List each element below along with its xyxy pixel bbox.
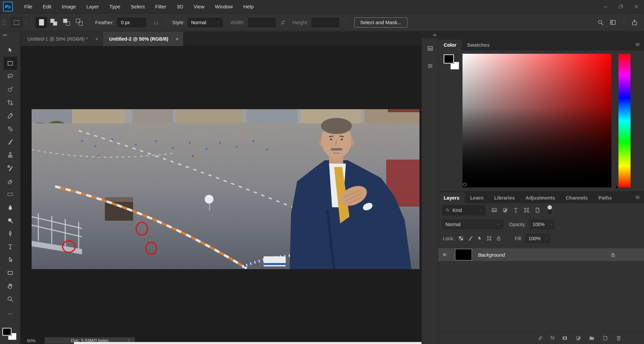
foreground-background-swatches[interactable] xyxy=(2,328,18,341)
preset-chevron-down-icon[interactable] xyxy=(24,20,28,25)
minimize-button[interactable] xyxy=(598,0,613,13)
layer-row-background[interactable]: Background xyxy=(438,248,644,261)
pen-tool[interactable] xyxy=(4,227,17,240)
color-panel-menu-icon[interactable] xyxy=(635,42,641,47)
share-icon[interactable] xyxy=(631,19,638,26)
layer-name[interactable]: Background xyxy=(478,252,505,258)
options-bar-grip[interactable] xyxy=(2,20,6,25)
type-tool[interactable] xyxy=(4,240,17,253)
menu-type[interactable]: Type xyxy=(109,4,120,9)
new-selection-button[interactable] xyxy=(36,17,47,28)
add-layer-mask-icon[interactable] xyxy=(562,335,568,341)
saturation-brightness-field[interactable] xyxy=(462,54,611,187)
panel-foreground-color-swatch[interactable] xyxy=(444,54,454,63)
edit-toolbar-ellipsis[interactable] xyxy=(4,307,17,320)
lock-artboard-icon[interactable] xyxy=(484,235,494,241)
feather-input[interactable] xyxy=(117,18,146,27)
width-input[interactable] xyxy=(248,18,276,27)
toolbox-expand-icon[interactable]: »» xyxy=(3,32,6,37)
filter-shape-layers-icon[interactable] xyxy=(521,205,532,215)
filter-kind-select[interactable]: Kind xyxy=(442,205,485,215)
lasso-tool[interactable] xyxy=(4,70,17,83)
tab-close-icon[interactable]: × xyxy=(176,36,179,42)
style-select[interactable]: Normal xyxy=(188,18,223,27)
lock-transparent-pixels-icon[interactable] xyxy=(456,235,466,241)
layer-thumbnail[interactable] xyxy=(455,249,472,260)
gradient-tool[interactable] xyxy=(4,188,17,201)
quick-selection-tool[interactable] xyxy=(4,83,17,96)
brush-tool[interactable] xyxy=(4,135,17,148)
dodge-tool[interactable] xyxy=(4,214,17,227)
menu-layer[interactable]: Layer xyxy=(86,4,99,9)
tab-layers[interactable]: Layers xyxy=(438,192,465,203)
tab-swatches[interactable]: Swatches xyxy=(462,40,495,50)
opacity-chevron-down-icon[interactable] xyxy=(547,220,554,229)
menu-window[interactable]: Window xyxy=(215,4,233,9)
swap-dimensions-icon[interactable] xyxy=(280,19,286,26)
hue-slider-marker[interactable] xyxy=(616,185,618,189)
filter-adjustment-layers-icon[interactable] xyxy=(499,205,510,215)
select-and-mask-button[interactable]: Select and Mask... xyxy=(354,17,407,28)
menu-select[interactable]: Select xyxy=(131,4,145,9)
menu-3d[interactable]: 3D xyxy=(177,4,183,9)
layer-visibility-eye-icon[interactable] xyxy=(438,248,451,261)
tab-channels[interactable]: Channels xyxy=(560,192,593,203)
clone-stamp-tool[interactable] xyxy=(4,148,17,162)
hue-slider[interactable] xyxy=(618,54,631,187)
canvas-image[interactable] xyxy=(32,109,419,269)
tab-adjustments[interactable]: Adjustments xyxy=(520,192,561,203)
lock-image-pixels-icon[interactable] xyxy=(466,235,475,241)
eyedropper-tool[interactable] xyxy=(4,109,17,122)
new-layer-icon[interactable] xyxy=(602,335,608,341)
eraser-tool[interactable] xyxy=(4,175,17,188)
filtering-toggle[interactable] xyxy=(547,205,552,215)
move-tool[interactable] xyxy=(4,44,17,57)
height-input[interactable] xyxy=(312,18,339,27)
properties-panel-icon[interactable] xyxy=(422,58,438,73)
dock-collapse-header[interactable]: «« xyxy=(422,32,438,38)
menu-image[interactable]: Image xyxy=(62,4,76,9)
new-group-folder-icon[interactable] xyxy=(589,335,595,341)
rectangle-tool[interactable] xyxy=(4,266,17,280)
rectangular-marquee-tool[interactable] xyxy=(4,57,17,70)
blend-mode-select[interactable]: Normal xyxy=(442,220,504,229)
delete-layer-trash-icon[interactable] xyxy=(615,335,622,341)
close-button[interactable] xyxy=(629,0,644,13)
tab-close-icon[interactable]: × xyxy=(95,36,98,42)
link-layers-icon[interactable] xyxy=(537,335,544,341)
filter-smart-objects-icon[interactable] xyxy=(532,205,542,215)
add-to-selection-button[interactable] xyxy=(48,17,60,28)
opacity-value[interactable]: 100% xyxy=(529,220,554,229)
zoom-tool[interactable] xyxy=(4,293,17,306)
fill-chevron-down-icon[interactable] xyxy=(543,234,550,243)
crop-tool[interactable] xyxy=(4,96,17,109)
collapse-panels-icon[interactable]: «« xyxy=(433,33,436,37)
intersect-selection-button[interactable] xyxy=(74,17,85,28)
menu-filter[interactable]: Filter xyxy=(155,4,166,9)
new-adjustment-layer-icon[interactable] xyxy=(575,335,581,341)
subtract-from-selection-button[interactable] xyxy=(61,17,73,28)
workspace-switcher-icon[interactable] xyxy=(609,19,616,26)
tab-paths[interactable]: Paths xyxy=(593,192,617,203)
menu-edit[interactable]: Edit xyxy=(43,4,51,9)
workspace-chevron-down-icon[interactable] xyxy=(622,20,626,25)
fill-value[interactable]: 100% xyxy=(525,234,550,243)
menu-help[interactable]: Help xyxy=(243,4,254,9)
layer-style-fx-icon[interactable]: fx xyxy=(551,335,555,341)
restore-button[interactable] xyxy=(613,0,629,13)
tab-libraries[interactable]: Libraries xyxy=(489,192,520,203)
foreground-color-swatch[interactable] xyxy=(2,328,11,336)
hand-tool[interactable] xyxy=(4,280,17,293)
filter-pixel-layers-icon[interactable] xyxy=(489,205,499,215)
menu-view[interactable]: View xyxy=(194,4,204,9)
layers-panel-menu-icon[interactable] xyxy=(635,195,641,200)
tab-color[interactable]: Color xyxy=(438,40,462,50)
lock-position-icon[interactable] xyxy=(475,235,484,241)
histogram-panel-icon[interactable] xyxy=(422,41,438,56)
zoom-level[interactable]: 50% xyxy=(27,338,36,343)
search-icon[interactable] xyxy=(597,19,604,26)
color-field-cursor[interactable] xyxy=(463,183,467,186)
tab-learn[interactable]: Learn xyxy=(465,192,489,203)
blur-tool[interactable] xyxy=(4,201,17,214)
filter-type-layers-icon[interactable] xyxy=(510,205,521,215)
